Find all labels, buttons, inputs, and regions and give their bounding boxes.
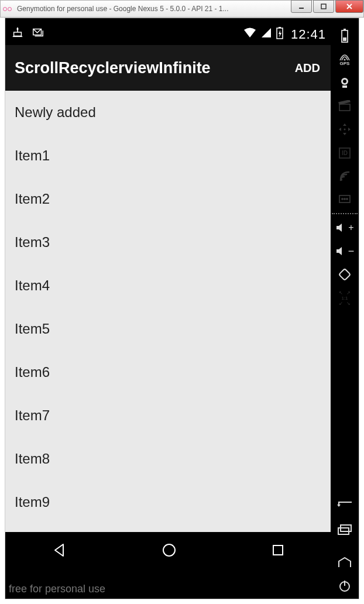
battery-charging-icon xyxy=(276,26,284,43)
list-item[interactable]: Item4 xyxy=(5,264,332,307)
recycler-view[interactable]: Newly added Item1 Item2 Item3 Item4 Item… xyxy=(5,91,332,532)
clock-label: 12:41 xyxy=(291,27,326,42)
list-item[interactable]: Item8 xyxy=(5,437,332,481)
home-button[interactable] xyxy=(161,542,177,558)
list-item[interactable]: Newly added xyxy=(5,91,332,134)
svg-rect-1 xyxy=(321,4,326,9)
genymotion-logo-icon xyxy=(3,5,13,13)
camera-icon[interactable] xyxy=(331,71,359,94)
watermark: free for personal use xyxy=(9,583,105,595)
emulator-frame: 12:41 ScrollRecyclerviewInfinite ADD New… xyxy=(5,18,359,599)
svg-point-17 xyxy=(343,80,346,83)
battery-icon[interactable] xyxy=(331,24,359,47)
list-item[interactable]: Item3 xyxy=(5,221,332,264)
add-button[interactable]: ADD xyxy=(293,58,322,78)
window-controls xyxy=(291,0,363,13)
android-nav-bar xyxy=(5,532,332,568)
id-icon[interactable]: ID xyxy=(331,141,359,164)
list-item[interactable]: Item7 xyxy=(5,394,332,437)
back-sidebar-button[interactable] xyxy=(331,495,359,518)
app-action-bar: ScrollRecyclerviewInfinite ADD xyxy=(5,45,332,91)
svg-rect-19 xyxy=(339,104,350,111)
list-item[interactable]: Item10 xyxy=(5,524,332,532)
svg-rect-14 xyxy=(343,37,346,41)
volume-down-button[interactable]: − xyxy=(331,239,359,263)
mail-icon xyxy=(31,26,45,43)
svg-point-10 xyxy=(163,544,175,556)
list-item[interactable]: Item1 xyxy=(5,134,332,177)
list-item[interactable]: Item6 xyxy=(5,351,332,394)
close-button[interactable] xyxy=(335,0,363,13)
network-icon[interactable] xyxy=(331,164,359,188)
rotate-icon[interactable] xyxy=(331,263,359,286)
device-screen: 12:41 ScrollRecyclerviewInfinite ADD New… xyxy=(5,24,332,568)
sms-icon[interactable] xyxy=(331,188,359,211)
recents-sidebar-button[interactable] xyxy=(331,518,359,541)
svg-point-24 xyxy=(344,198,345,200)
svg-point-25 xyxy=(346,198,348,200)
svg-rect-18 xyxy=(342,85,347,88)
volume-up-button[interactable]: + xyxy=(331,216,359,239)
recents-button[interactable] xyxy=(270,543,286,558)
os-window-titlebar: Genymotion for personal use - Google Nex… xyxy=(0,0,364,18)
gps-label: GPS xyxy=(340,61,350,66)
svg-rect-9 xyxy=(279,27,281,28)
home-sidebar-button[interactable] xyxy=(331,551,359,574)
power-button[interactable] xyxy=(331,574,359,598)
back-button[interactable] xyxy=(51,542,68,558)
svg-rect-5 xyxy=(14,32,22,36)
gps-icon[interactable]: GPS xyxy=(331,47,359,71)
separator xyxy=(332,213,358,214)
svg-rect-13 xyxy=(344,29,346,30)
svg-point-23 xyxy=(342,198,343,200)
svg-point-21 xyxy=(340,179,342,181)
app-title: ScrollRecyclerviewInfinite xyxy=(15,59,293,77)
clapper-icon[interactable] xyxy=(331,94,359,118)
birthday-icon xyxy=(11,26,24,43)
list-item[interactable]: Item5 xyxy=(5,307,332,351)
list-item[interactable]: Item2 xyxy=(5,177,332,221)
svg-point-20 xyxy=(344,129,346,131)
move-icon[interactable] xyxy=(331,118,359,141)
wifi-icon xyxy=(243,27,257,42)
maximize-button[interactable] xyxy=(313,0,334,13)
svg-rect-26 xyxy=(339,269,351,280)
minimize-button[interactable] xyxy=(291,0,312,13)
android-status-bar[interactable]: 12:41 xyxy=(5,24,332,45)
svg-rect-11 xyxy=(273,545,283,555)
cellular-icon xyxy=(260,27,272,42)
emulator-sidebar: GPS ID + − ↖ ↗ 1:1 xyxy=(331,24,359,598)
scale-icon[interactable]: ↖ ↗ 1:1 ↙ ↘ xyxy=(331,286,359,310)
list-item[interactable]: Item9 xyxy=(5,481,332,524)
